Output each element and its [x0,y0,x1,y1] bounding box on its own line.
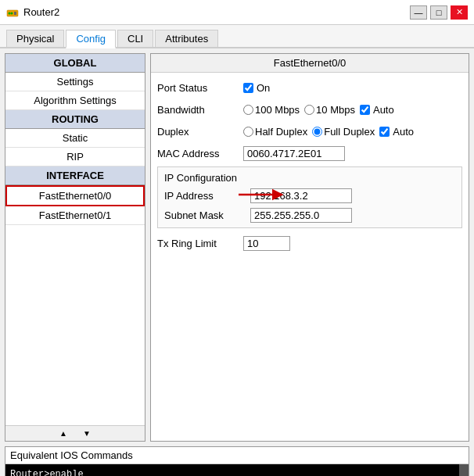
close-button[interactable]: ✕ [451,5,468,20]
scroll-up-icon[interactable]: ▲ [59,429,67,438]
main-content: GLOBAL Settings Algorithm Settings ROUTI… [0,48,474,446]
title-bar: Router2 — □ ✕ [0,0,474,25]
tx-ring-row: Tx Ring Limit [157,234,462,252]
duplex-radio-group: Half Duplex Full Duplex Auto [243,126,414,138]
port-status-row: Port Status On [157,79,462,96]
bandwidth-100mbps-radio[interactable] [243,105,253,115]
sidebar-item-fastethernet00[interactable]: FastEthernet0/0 [5,185,145,206]
sidebar-section-interface: INTERFACE [5,166,145,185]
ios-commands-body[interactable]: Router>enable Router# Router#configure t… [5,464,469,476]
port-status-checkbox-group: On [243,82,270,94]
port-status-checkbox[interactable] [243,83,253,93]
window-title: Router2 [23,6,59,18]
minimize-button[interactable]: — [410,5,427,20]
tab-config[interactable]: Config [66,30,116,48]
red-arrow-icon [239,187,285,202]
bandwidth-auto-label: Auto [373,104,394,116]
mac-address-row: MAC Address [157,145,462,162]
right-panel: FastEthernet0/0 Port Status On Bandwidth… [150,53,469,442]
subnet-mask-row: Subnet Mask [164,208,455,223]
ios-commands-panel: Equivalent IOS Commands Router>enable Ro… [5,446,469,476]
ios-commands-header: Equivalent IOS Commands [5,447,469,464]
duplex-full-option: Full Duplex [312,126,375,138]
tab-cli[interactable]: CLI [117,30,153,47]
duplex-full-radio[interactable] [312,127,322,137]
ios-line-0: Router>enable [10,467,464,476]
duplex-auto-label: Auto [393,126,414,138]
tx-ring-label: Tx Ring Limit [157,238,243,249]
duplex-full-label: Full Duplex [324,126,375,138]
maximize-button[interactable]: □ [430,5,447,20]
tab-physical[interactable]: Physical [6,30,64,47]
ios-commands-area: Equivalent IOS Commands Router>enable Ro… [0,446,474,476]
svg-point-2 [11,12,13,14]
panel-body: Port Status On Bandwidth 100 Mbps 10 Mb [151,73,469,441]
bandwidth-10mbps-option: 10 Mbps [304,104,355,116]
bandwidth-row: Bandwidth 100 Mbps 10 Mbps Auto [157,101,462,118]
mac-address-label: MAC Address [157,148,243,159]
mac-address-input[interactable] [243,146,345,161]
sidebar-item-fastethernet01[interactable]: FastEthernet0/1 [5,206,145,225]
bandwidth-10mbps-radio[interactable] [304,105,314,115]
svg-point-1 [9,12,11,14]
ip-address-label: IP Address [164,190,250,202]
bandwidth-auto-checkbox[interactable] [360,105,370,115]
bandwidth-100mbps-option: 100 Mbps [243,104,300,116]
bandwidth-10mbps-label: 10 Mbps [316,104,355,116]
subnet-mask-label: Subnet Mask [164,209,250,221]
bandwidth-auto-group: Auto [360,104,394,116]
subnet-mask-input[interactable] [250,208,352,223]
port-status-on-label: On [257,82,270,94]
ip-config-section: IP Configuration IP Address [157,166,462,228]
bandwidth-radio-group: 100 Mbps 10 Mbps Auto [243,104,394,116]
duplex-row: Duplex Half Duplex Full Duplex Auto [157,123,462,140]
title-controls: — □ ✕ [410,5,468,20]
duplex-auto-group: Auto [379,126,414,138]
tab-bar: Physical Config CLI Attributes [0,25,474,48]
tx-ring-section: Tx Ring Limit [157,234,462,252]
bandwidth-100mbps-label: 100 Mbps [255,104,300,116]
sidebar-item-algorithm-settings[interactable]: Algorithm Settings [5,91,145,110]
ios-scrollbar[interactable]: ▼ [459,464,469,476]
sidebar: GLOBAL Settings Algorithm Settings ROUTI… [5,54,145,425]
sidebar-item-rip[interactable]: RIP [5,148,145,166]
router-icon [6,6,19,19]
tab-attributes[interactable]: Attributes [155,30,218,47]
port-status-label: Port Status [157,82,243,94]
duplex-half-radio[interactable] [243,127,253,137]
bandwidth-label: Bandwidth [157,104,243,116]
sidebar-item-static[interactable]: Static [5,129,145,148]
sidebar-item-settings[interactable]: Settings [5,73,145,91]
sidebar-section-global: GLOBAL [5,54,145,73]
svg-rect-3 [14,12,16,15]
panel-title: FastEthernet0/0 [151,54,469,73]
duplex-half-option: Half Duplex [243,126,307,138]
ip-config-title: IP Configuration [164,172,455,184]
scroll-down-icon[interactable]: ▼ [83,429,91,438]
duplex-auto-checkbox[interactable] [379,127,390,137]
duplex-label: Duplex [157,126,243,138]
ip-address-row: IP Address [164,188,455,203]
duplex-half-label: Half Duplex [255,126,307,138]
tx-ring-input[interactable] [243,236,290,251]
sidebar-section-routing: ROUTING [5,110,145,129]
